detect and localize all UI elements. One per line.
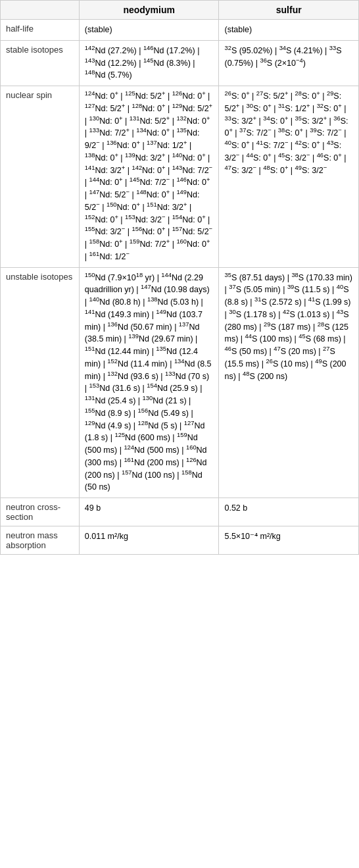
row-neutron-cross-section: neutron cross-section 49 b 0.52 b xyxy=(1,498,359,526)
row-stable-isotopes: stable isotopes 142Nd (27.2%) | 146Nd (1… xyxy=(1,40,359,86)
label-stable-isotopes: stable isotopes xyxy=(1,40,80,86)
header-label-cell xyxy=(1,1,80,20)
row-nuclear-spin: nuclear spin 124Nd: 0+ | 125Nd: 5/2+ | 1… xyxy=(1,86,359,268)
header-sulfur: sulfur xyxy=(219,1,359,20)
label-unstable-isotopes: unstable isotopes xyxy=(1,267,80,498)
s-nuclear-spin: 26S: 0+ | 27S: 5/2+ | 28S: 0+ | 29S: 5/2… xyxy=(219,86,359,268)
nd-stable-isotopes: 142Nd (27.2%) | 146Nd (17.2%) | 143Nd (1… xyxy=(79,40,219,86)
s-neutron-mass-absorption: 5.5×10⁻⁴ m²/kg xyxy=(219,526,359,555)
nd-neutron-cross-section: 49 b xyxy=(79,498,219,526)
row-neutron-mass-absorption: neutron mass absorption 0.011 m²/kg 5.5×… xyxy=(1,526,359,555)
label-nuclear-spin: nuclear spin xyxy=(1,86,80,268)
row-unstable-isotopes: unstable isotopes 150Nd (7.9×1018 yr) | … xyxy=(1,267,359,498)
label-neutron-cross-section: neutron cross-section xyxy=(1,498,80,526)
s-half-life: (stable) xyxy=(219,20,359,41)
row-half-life: half-life (stable) (stable) xyxy=(1,20,359,41)
label-half-life: half-life xyxy=(1,20,80,41)
s-stable-isotopes: 32S (95.02%) | 34S (4.21%) | 33S (0.75%)… xyxy=(219,40,359,86)
nd-unstable-isotopes: 150Nd (7.9×1018 yr) | 144Nd (2.29 quadri… xyxy=(79,267,219,498)
header-neodymium: neodymium xyxy=(79,1,219,20)
s-neutron-cross-section: 0.52 b xyxy=(219,498,359,526)
s-unstable-isotopes: 35S (87.51 days) | 38S (170.33 min) | 37… xyxy=(219,267,359,498)
nd-half-life: (stable) xyxy=(79,20,219,41)
nd-nuclear-spin: 124Nd: 0+ | 125Nd: 5/2+ | 126Nd: 0+ | 12… xyxy=(79,86,219,268)
label-neutron-mass-absorption: neutron mass absorption xyxy=(1,526,80,555)
nd-neutron-mass-absorption: 0.011 m²/kg xyxy=(79,526,219,555)
